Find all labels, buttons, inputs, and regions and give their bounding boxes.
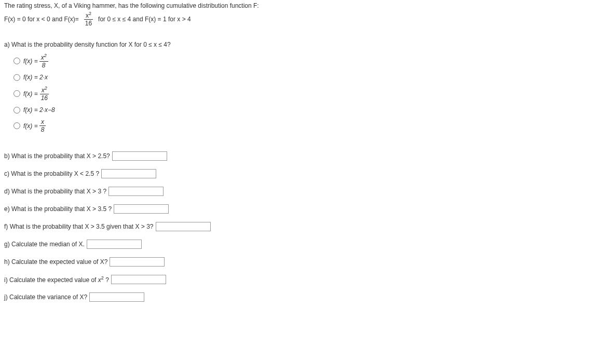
question-c-text: c) What is the probability X < 2.5 ? [4, 170, 99, 177]
input-f[interactable] [156, 222, 211, 231]
opt5-den: 8 [39, 126, 46, 133]
question-g: g) Calculate the median of X. [4, 240, 608, 249]
radio-option-2[interactable] [13, 74, 20, 81]
question-j: j) Calculate the variance of X? [4, 292, 608, 302]
option-1[interactable]: f(x) = x2 8 [13, 53, 608, 68]
option-5-label: f(x) = x 8 [23, 119, 47, 133]
question-d: d) What is the probability that X > 3 ? [4, 187, 608, 196]
option-1-prefix: f(x) = [23, 58, 38, 65]
question-f-text: f) What is the probability that X > 3.5 … [4, 223, 154, 230]
radio-option-1[interactable] [13, 58, 20, 64]
opt3-sup: 2 [45, 86, 47, 91]
question-h-text: h) Calculate the expected value of X? [4, 258, 107, 265]
option-1-label: f(x) = x2 8 [23, 53, 50, 68]
formula-fraction: x2 16 [84, 11, 93, 26]
question-e-text: e) What is the probability that X > 3.5 … [4, 205, 112, 213]
question-c: c) What is the probability X < 2.5 ? [4, 169, 608, 178]
input-h[interactable] [110, 257, 165, 267]
option-3-label: f(x) = x2 16 [23, 86, 51, 101]
input-g[interactable] [87, 240, 142, 249]
input-j[interactable] [89, 292, 144, 302]
option-2[interactable]: f(x) = 2·x [13, 74, 608, 81]
question-h: h) Calculate the expected value of X? [4, 257, 608, 267]
question-f: f) What is the probability that X > 3.5 … [4, 222, 608, 231]
intro-formula: F(x) = 0 for x < 0 and F(x)= x2 16 for 0… [4, 11, 608, 26]
question-b-text: b) What is the probability that X > 2.5? [4, 152, 110, 160]
option-4-label: f(x) = 2·x−8 [23, 106, 55, 114]
question-i: i) Calculate the expected value of x2 ? [4, 275, 608, 284]
frac-sup: 2 [89, 11, 91, 16]
opt1-sup: 2 [44, 53, 47, 58]
input-e[interactable] [114, 204, 169, 214]
radio-option-5[interactable] [13, 122, 20, 129]
formula-part2: for 0 ≤ x ≤ 4 and F(x) = 1 for x > 4 [98, 16, 191, 23]
frac-den: 16 [84, 20, 93, 26]
opt5-num: x [41, 118, 44, 125]
opt1-den: 8 [40, 62, 47, 68]
question-i-text: i) Calculate the expected value of x2 ? [4, 275, 109, 284]
input-c[interactable] [101, 169, 156, 178]
input-b[interactable] [112, 151, 167, 161]
option-3-prefix: f(x) = [23, 90, 38, 97]
options-group: f(x) = x2 8 f(x) = 2·x f(x) = x2 16 f(x)… [13, 53, 608, 133]
radio-option-4[interactable] [13, 107, 20, 114]
question-d-text: d) What is the probability that X > 3 ? [4, 188, 106, 195]
question-b: b) What is the probability that X > 2.5? [4, 151, 608, 161]
question-a-prompt: a) What is the probability density funct… [4, 41, 608, 48]
qi-post: ? [104, 276, 109, 284]
option-3[interactable]: f(x) = x2 16 [13, 86, 608, 101]
formula-part1: F(x) = 0 for x < 0 and F(x)= [4, 16, 79, 23]
intro-text-line1: The rating stress, X, of a Viking hammer… [4, 2, 608, 9]
opt3-den: 16 [39, 94, 49, 101]
option-2-label: f(x) = 2·x [23, 74, 48, 81]
question-j-text: j) Calculate the variance of X? [4, 293, 87, 301]
question-g-text: g) Calculate the median of X. [4, 241, 85, 248]
radio-option-3[interactable] [13, 90, 20, 97]
option-5[interactable]: f(x) = x 8 [13, 119, 608, 133]
input-i[interactable] [111, 275, 166, 284]
option-4[interactable]: f(x) = 2·x−8 [13, 106, 608, 114]
input-d[interactable] [108, 187, 164, 196]
option-5-prefix: f(x) = [23, 122, 38, 130]
question-e: e) What is the probability that X > 3.5 … [4, 204, 608, 214]
qi-pre: i) Calculate the expected value of [4, 276, 98, 284]
